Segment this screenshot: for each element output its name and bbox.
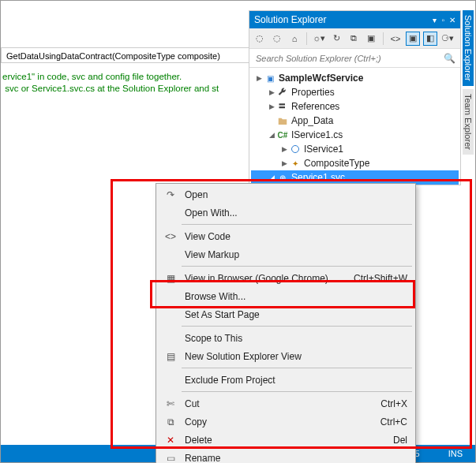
ctx-open[interactable]: ↷Open <box>158 185 414 203</box>
nav-back-icon[interactable]: ◌ <box>253 32 267 46</box>
tree-properties-label: Properties <box>291 87 335 98</box>
svg-rect-1 <box>279 106 286 108</box>
solution-explorer-title: Solution Explorer <box>254 14 326 25</box>
class-icon: ✦ <box>289 157 302 170</box>
solution-explorer-search[interactable]: 🔍 <box>249 49 460 68</box>
wrench-icon <box>276 86 289 99</box>
ctx-exclude[interactable]: Exclude From Project <box>158 371 414 389</box>
ctx-set-start-page[interactable]: Set As Start Page <box>158 305 414 323</box>
tree-composite-type[interactable]: ▶ ✦ CompositeType <box>251 156 459 170</box>
preview-icon[interactable]: ▣ <box>406 32 420 46</box>
solution-explorer-titlebar[interactable]: Solution Explorer ▾ ▫ ✕ <box>249 11 460 28</box>
csharp-project-icon: ▣ <box>264 72 276 84</box>
nav-forward-icon[interactable]: ◌ <box>270 32 284 46</box>
tree-iservice-interface[interactable]: ▶ IService1 <box>251 142 459 156</box>
new-view-icon: ▤ <box>161 349 180 364</box>
code-icon: <> <box>161 230 180 244</box>
sync-icon[interactable]: ☼▾ <box>312 32 326 46</box>
side-tab-well: Solution Explorer Team Explorer <box>461 10 475 158</box>
code-editor-pane: GetDataUsingDataContract(CompositeType c… <box>1 1 253 95</box>
view-menu-icon[interactable]: ⚆▾ <box>440 32 455 46</box>
side-tab-solution-explorer[interactable]: Solution Explorer <box>463 10 474 86</box>
search-icon[interactable]: 🔍 <box>444 53 455 64</box>
references-icon <box>276 100 289 113</box>
ctx-scope[interactable]: Scope to This <box>158 329 414 347</box>
open-icon: ↷ <box>161 188 180 202</box>
tree-iservice-iface-label: IService1 <box>304 144 343 155</box>
copy-icon: ⧉ <box>161 415 180 429</box>
ctx-copy[interactable]: ⧉CopyCtrl+C <box>158 413 414 431</box>
tree-iservice-file-label: IService1.cs <box>291 129 343 140</box>
tree-composite-label: CompositeType <box>304 158 369 169</box>
panel-menu-icon[interactable]: ▾ <box>433 16 437 24</box>
ctx-separator <box>182 326 412 327</box>
tree-references[interactable]: ▶ References <box>251 99 459 114</box>
delete-icon: ✕ <box>161 433 180 447</box>
refresh-icon[interactable]: ↻ <box>329 32 343 46</box>
interface-icon <box>289 143 302 155</box>
side-tab-team-explorer[interactable]: Team Explorer <box>463 89 474 155</box>
collapse-icon[interactable]: ⧉ <box>347 32 361 46</box>
folder-icon <box>276 114 289 127</box>
tree-appdata-label: App_Data <box>291 115 333 126</box>
code-icon[interactable]: <> <box>388 32 403 46</box>
tree-project-label: SampleWcfService <box>279 73 363 84</box>
method-signature-bar[interactable]: GetDataUsingDataContract(CompositeType c… <box>1 47 250 63</box>
ctx-new-view[interactable]: ▤New Solution Explorer View <box>158 347 414 365</box>
cut-icon: ✄ <box>161 397 180 411</box>
tree-references-label: References <box>291 101 339 112</box>
ctx-view-browser[interactable]: ▦View in Browser (Google Chrome)Ctrl+Shi… <box>158 269 414 287</box>
ctx-separator <box>182 266 412 267</box>
search-input[interactable] <box>254 53 444 64</box>
ctx-open-with[interactable]: Open With... <box>158 203 414 222</box>
ctx-rename[interactable]: ▭Rename <box>158 449 414 463</box>
solution-explorer-panel: Solution Explorer ▾ ▫ ✕ ◌ ◌ ⌂ ☼▾ ↻ ⧉ ▣ <… <box>249 10 461 185</box>
ctx-view-markup[interactable]: View Markup <box>158 245 414 263</box>
ctx-view-code[interactable]: <>View Code <box>158 227 414 245</box>
browser-icon: ▦ <box>161 271 180 286</box>
csharp-file-icon: C# <box>276 129 289 141</box>
ctx-separator <box>182 368 412 368</box>
properties-pane-icon[interactable]: ◧ <box>423 32 437 46</box>
panel-pin-icon[interactable]: ▫ <box>441 16 444 24</box>
tree-properties[interactable]: ▶ Properties <box>251 85 459 99</box>
context-menu: ↷Open Open With... <>View Code View Mark… <box>156 183 416 463</box>
service-file-icon: ⊕ <box>276 171 289 184</box>
svg-rect-0 <box>279 103 286 105</box>
home-icon[interactable]: ⌂ <box>287 32 302 46</box>
ctx-delete[interactable]: ✕DeleteDel <box>158 431 414 449</box>
ctx-separator <box>182 391 412 392</box>
show-all-icon[interactable]: ▣ <box>364 32 378 46</box>
solution-explorer-toolbar: ◌ ◌ ⌂ ☼▾ ↻ ⧉ ▣ <> ▣ ◧ ⚆▾ <box>249 28 460 49</box>
panel-close-icon[interactable]: ✕ <box>449 16 455 24</box>
tree-project[interactable]: ▶ ▣ SampleWcfService <box>251 71 459 85</box>
code-text: ervice1" in code, svc and config file to… <box>1 63 253 95</box>
ctx-cut[interactable]: ✄CutCtrl+X <box>158 394 414 413</box>
ctx-browse-with[interactable]: Browse With... <box>158 287 414 305</box>
rename-icon: ▭ <box>161 451 180 464</box>
tree-appdata[interactable]: App_Data <box>251 114 459 128</box>
tree-iservice-file[interactable]: ◢ C# IService1.cs <box>251 128 459 142</box>
status-ins: INS <box>448 449 463 458</box>
ctx-separator <box>182 224 412 225</box>
tree-service-svc-label: Service1.svc <box>291 172 345 183</box>
solution-tree: ▶ ▣ SampleWcfService ▶ Properties ▶ Refe… <box>249 68 460 185</box>
